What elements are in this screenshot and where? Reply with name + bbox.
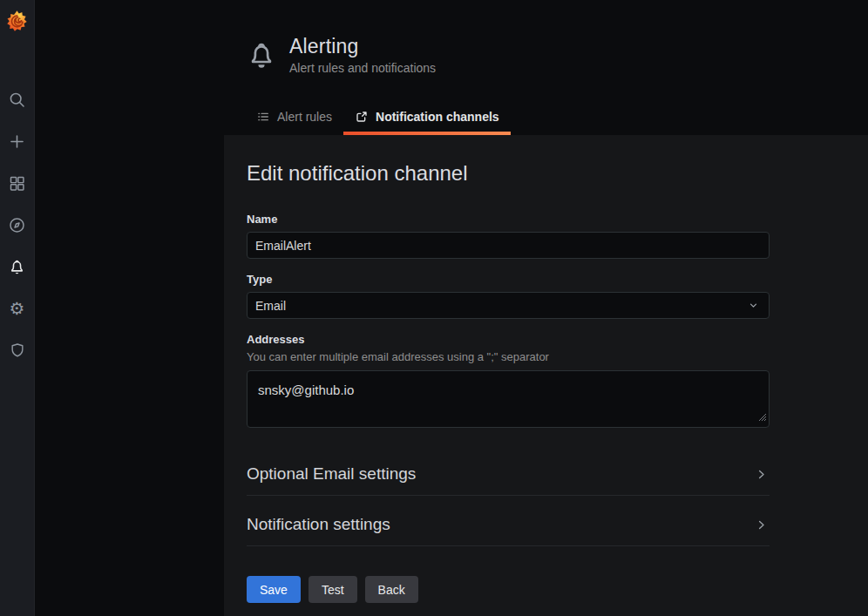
page-heading-text: Alerting Alert rules and notifications <box>289 35 436 75</box>
tab-alert-rules[interactable]: Alert rules <box>245 105 343 132</box>
page-title: Alerting <box>289 35 436 58</box>
alerting-bell-icon <box>247 37 276 73</box>
sidebar-item-explore[interactable] <box>0 204 35 246</box>
sidebar: ⚙ <box>0 0 35 616</box>
grafana-logo-icon <box>5 10 29 33</box>
form-title: Edit notification channel <box>247 161 845 186</box>
sidebar-item-create[interactable] <box>0 120 35 162</box>
grafana-logo[interactable] <box>0 0 35 42</box>
page-subtitle: Alert rules and notifications <box>289 61 436 75</box>
plus-icon <box>8 132 26 151</box>
section-optional-email-settings[interactable]: Optional Email settings <box>247 457 770 496</box>
edit-channel-panel: Edit notification channel Name Type Emai… <box>224 135 868 616</box>
section-label: Notification settings <box>247 515 390 534</box>
tab-bar: Alert rules Notification channels <box>245 105 511 132</box>
section-label: Optional Email settings <box>247 464 416 484</box>
collapsible-sections: Optional Email settings Notification set… <box>247 457 770 546</box>
tab-notification-channels[interactable]: Notification channels <box>343 105 511 132</box>
back-button[interactable]: Back <box>365 576 418 603</box>
sidebar-item-dashboards[interactable] <box>0 162 35 204</box>
type-label: Type <box>247 273 770 286</box>
name-field-group: Name <box>247 213 770 259</box>
shield-icon <box>9 342 26 360</box>
name-label: Name <box>247 213 770 226</box>
tab-label: Alert rules <box>277 110 332 124</box>
chevron-right-icon <box>755 468 768 481</box>
search-icon <box>8 91 26 109</box>
dashboards-icon <box>8 174 26 193</box>
test-button[interactable]: Test <box>309 576 357 603</box>
bell-icon <box>8 258 26 276</box>
save-button[interactable]: Save <box>247 576 301 603</box>
sidebar-item-alerting[interactable] <box>0 246 35 288</box>
gear-icon: ⚙ <box>10 300 25 317</box>
form-actions: Save Test Back <box>247 576 845 603</box>
chevron-right-icon <box>755 518 768 531</box>
type-field-group: Type Email <box>247 273 770 319</box>
sidebar-item-configuration[interactable]: ⚙ <box>0 288 35 329</box>
channels-icon <box>355 110 369 124</box>
tab-label: Notification channels <box>376 110 499 124</box>
sidebar-item-server-admin[interactable] <box>0 329 35 371</box>
compass-icon <box>8 216 26 234</box>
sidebar-nav: ⚙ <box>0 78 35 371</box>
type-select[interactable]: Email <box>247 292 770 319</box>
addresses-textarea[interactable]: snsky@github.io <box>247 370 770 428</box>
type-selected-value: Email <box>255 299 286 313</box>
addresses-label: Addresses <box>247 333 770 346</box>
addresses-field-group: Addresses You can enter multiple email a… <box>247 333 770 428</box>
sidebar-item-search[interactable] <box>0 78 35 120</box>
resize-grip[interactable] <box>756 410 767 425</box>
list-icon <box>256 110 270 124</box>
addresses-description: You can enter multiple email addresses u… <box>247 350 770 363</box>
chevron-down-icon <box>748 300 759 311</box>
section-notification-settings[interactable]: Notification settings <box>247 507 770 546</box>
grafana-app: { "header": { "title": "Alerting", "subt… <box>0 0 868 616</box>
page-header: Alerting Alert rules and notifications A… <box>224 0 868 135</box>
name-input[interactable] <box>247 232 770 259</box>
